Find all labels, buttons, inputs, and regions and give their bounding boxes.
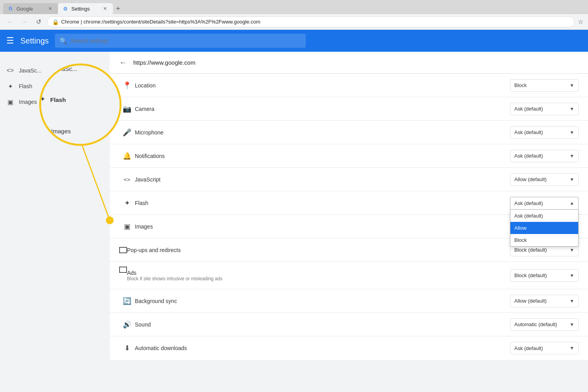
site-url: https://www.google.com [133,59,195,66]
javascript-icon: <> [6,67,14,74]
camera-dropdown[interactable]: Ask (default) ▼ [510,103,579,115]
auto-downloads-dropdown[interactable]: Ask (default) ▼ [510,342,579,354]
search-icon: 🔍 [60,37,67,45]
search-bar[interactable]: 🔍 [55,34,306,48]
microphone-value: Ask (default) [514,129,543,135]
mag-images-item: ▣ Images [39,115,122,146]
secure-icon: 🔒 [52,19,59,25]
ads-sublabel: Block if site shows intrusive or mislead… [127,276,510,281]
tab-google-close[interactable]: ✕ [47,5,53,12]
background-sync-dropdown[interactable]: Allow (default) ▼ [510,295,579,307]
settings-title: Settings [20,36,49,45]
camera-icon: 📷 [119,105,135,113]
notifications-icon: 🔔 [119,152,135,160]
images-icon: ▣ [6,98,14,106]
settings-main: ← https://www.google.com 📍 Location Bloc… [110,52,588,392]
flash-dropdown-arrow: ▲ [570,200,574,206]
mag-js-item: <> JavaSc... [39,64,122,84]
background-sync-icon: 🔄 [119,297,135,305]
location-control: Block ▼ [510,79,579,92]
sound-value: Automatic (default) [514,321,557,327]
camera-label: Camera [135,106,510,112]
tab-google[interactable]: G Google ✕ [3,3,58,14]
flash-dropdown-trigger[interactable]: Ask (default) ▲ [510,197,579,209]
address-bar: ← → ↺ 🔒 Chrome | chrome://settings/conte… [0,14,588,30]
notifications-dropdown-arrow: ▼ [570,153,574,159]
permission-location: 📍 Location Block ▼ [110,74,588,97]
background-sync-control: Allow (default) ▼ [510,295,579,307]
sound-icon: 🔊 [119,320,135,329]
auto-downloads-value: Ask (default) [514,345,543,351]
permission-microphone: 🎤 Microphone Ask (default) ▼ [110,121,588,144]
ads-dropdown-arrow: ▼ [570,273,574,278]
background-sync-dropdown-arrow: ▼ [570,298,574,304]
background-sync-value: Allow (default) [514,298,546,304]
url-bar[interactable]: 🔒 Chrome | chrome://settings/content/sit… [47,16,575,27]
permission-camera: 📷 Camera Ask (default) ▼ [110,97,588,121]
new-tab-button[interactable]: + [113,3,123,14]
search-input[interactable] [71,38,301,44]
site-url-bar: ← https://www.google.com [110,52,588,74]
location-dropdown[interactable]: Block ▼ [510,79,579,92]
javascript-dropdown[interactable]: Allow (default) ▼ [510,173,579,186]
auto-downloads-control: Ask (default) ▼ [510,342,579,354]
sidebar-item-images-label: Images [19,99,37,105]
flash-option-allow[interactable]: Allow [510,222,578,234]
permission-javascript: <> JavaScript Allow (default) ▼ [110,168,588,191]
bookmark-icon[interactable]: ☆ [578,18,583,25]
notifications-dropdown[interactable]: Ask (default) ▼ [510,150,579,162]
permission-notifications: 🔔 Notifications Ask (default) ▼ [110,144,588,168]
microphone-dropdown[interactable]: Ask (default) ▼ [510,126,579,139]
notifications-control: Ask (default) ▼ [510,150,579,162]
forward-button[interactable]: → [19,16,30,27]
flash-option-block[interactable]: Block [510,234,578,246]
url-text: Chrome | chrome://settings/content/siteD… [61,19,260,25]
ads-label-group: Ads Block if site shows intrusive or mis… [127,270,510,281]
microphone-control: Ask (default) ▼ [510,126,579,139]
images-perm-label: Images [135,223,510,230]
location-icon: 📍 [119,81,135,90]
tab-bar: G Google ✕ ⚙ Settings ✕ + [0,0,588,14]
sound-dropdown[interactable]: Automatic (default) ▼ [510,318,579,331]
camera-control: Ask (default) ▼ [510,103,579,115]
ads-control: Block (default) ▼ [510,269,579,282]
tab-settings-label: Settings [71,6,90,12]
location-label: Location [135,82,510,89]
settings-body: <> JavaSc... ✦ Flash ▣ Images ← https://… [0,52,588,392]
auto-downloads-dropdown-arrow: ▼ [570,345,574,351]
popups-label: Pop-ups and redirects [127,247,510,253]
flash-dropdown-menu: Ask (default) Allow Block [510,209,579,247]
auto-downloads-icon: ⬇ [119,344,135,352]
magnifier-content: <> JavaSc... ✦ Flash ▣ Images [39,64,122,146]
sidebar-item-flash-label: Flash [19,83,32,89]
microphone-dropdown-arrow: ▼ [570,130,574,135]
notifications-label: Notifications [135,153,510,159]
flash-current-value: Ask (default) [514,200,543,206]
permission-sound: 🔊 Sound Automatic (default) ▼ [110,313,588,336]
site-back-arrow[interactable]: ← [119,58,127,67]
back-button[interactable]: ← [5,16,16,27]
tab-settings[interactable]: ⚙ Settings ✕ [58,3,113,14]
ads-value: Block (default) [514,272,547,278]
sidebar-item-javascript-label: JavaSc... [19,67,42,74]
reload-button[interactable]: ↺ [33,16,44,27]
camera-dropdown-arrow: ▼ [570,106,574,112]
ads-label: Ads [127,270,510,276]
ads-dropdown[interactable]: Block (default) ▼ [510,269,579,282]
browser-window: G Google ✕ ⚙ Settings ✕ + ← → ↺ 🔒 Chrome… [0,0,588,392]
javascript-control: Allow (default) ▼ [510,173,579,186]
permissions-list: 📍 Location Block ▼ 📷 Camera [110,74,588,360]
microphone-icon: 🎤 [119,128,135,137]
ads-icon [119,267,127,273]
sound-label: Sound [135,321,510,328]
flash-option-ask[interactable]: Ask (default) [510,210,578,222]
popups-value: Block (default) [514,247,547,253]
auto-downloads-label: Automatic downloads [135,345,510,351]
google-favicon: G [8,6,13,11]
permission-background-sync: 🔄 Background sync Allow (default) ▼ [110,289,588,313]
javascript-perm-icon: <> [119,176,135,183]
menu-icon[interactable]: ☰ [6,36,14,46]
sound-dropdown-arrow: ▼ [570,322,574,327]
popups-icon [119,247,127,253]
tab-settings-close[interactable]: ✕ [102,5,108,12]
